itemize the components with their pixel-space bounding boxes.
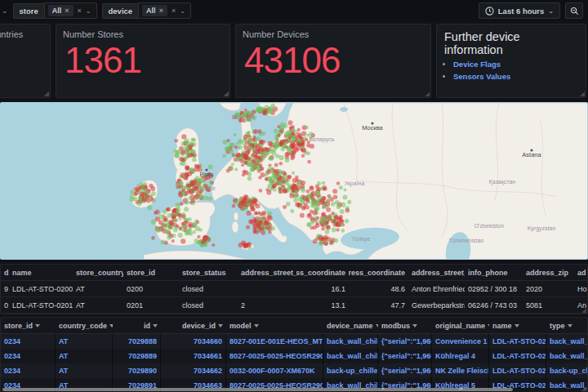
funnel-icon[interactable] bbox=[254, 324, 259, 327]
table-cell: Ho bbox=[574, 281, 588, 296]
column-header[interactable]: address_street_nam bbox=[408, 265, 465, 280]
column-header[interactable]: model bbox=[226, 318, 323, 333]
column-header[interactable]: store_country bbox=[73, 265, 123, 280]
table-cell[interactable]: 0234 bbox=[1, 363, 56, 378]
table-cell: 02952 / 300 18 bbox=[465, 281, 523, 296]
column-header[interactable]: modbus bbox=[378, 318, 432, 333]
geomap-panel[interactable]: DanmarkБеларусьУкраїнаҚазақстанFranceTür… bbox=[0, 102, 588, 260]
table-cell[interactable]: {"serial":"1,960... bbox=[378, 363, 432, 378]
table-cell[interactable]: LDL-AT-STO-02... bbox=[489, 334, 546, 349]
column-header[interactable]: info_phone bbox=[465, 265, 523, 280]
funnel-icon[interactable] bbox=[153, 324, 158, 327]
column-header[interactable]: device_name bbox=[323, 318, 378, 333]
variable-filter-store: store All× × ⌄ bbox=[13, 2, 97, 19]
time-zoom-out-button[interactable] bbox=[565, 2, 583, 19]
table-cell[interactable]: back-up_chille... bbox=[546, 363, 588, 378]
horizontal-scrollbar[interactable] bbox=[2, 388, 513, 391]
column-header[interactable]: store_id bbox=[123, 265, 179, 280]
table-cell[interactable]: 0032-000F-0007-XM670K bbox=[226, 363, 323, 378]
funnel-icon[interactable] bbox=[412, 324, 417, 327]
table-cell[interactable]: 7034662 bbox=[161, 363, 226, 378]
panel-title: Number Countries bbox=[0, 24, 50, 39]
column-header[interactable]: country_code bbox=[56, 318, 113, 333]
table-cell[interactable]: 7034661 bbox=[161, 349, 226, 363]
table-cell[interactable]: 8027-001E-001E-HEOS_MT bbox=[226, 334, 323, 349]
column-header[interactable]: address_zip bbox=[523, 265, 574, 280]
device-flags-link[interactable]: Device Flags bbox=[453, 60, 501, 69]
table-cell[interactable]: 0234 bbox=[1, 349, 56, 363]
table-cell: closed bbox=[179, 297, 238, 313]
table-cell[interactable]: Convenience 1 bbox=[432, 334, 489, 349]
column-header[interactable]: store_id bbox=[1, 318, 56, 333]
close-icon[interactable]: × bbox=[159, 7, 163, 15]
table-cell[interactable]: 7029889 bbox=[113, 349, 161, 363]
column-header[interactable]: address_coordinate bbox=[296, 265, 349, 280]
variable-value-picker[interactable]: All× × ⌄ bbox=[44, 2, 97, 19]
variable-value-picker[interactable]: All× × ⌄ bbox=[138, 2, 191, 19]
dashboard-filter-bar: ⌄ store All× × ⌄ device All× × ⌄ bbox=[0, 0, 588, 21]
grafana-dashboard: ⌄ store All× × ⌄ device All× × ⌄ bbox=[0, 0, 588, 392]
horizontal-scrollbar-track[interactable] bbox=[1, 387, 587, 392]
column-header[interactable]: original_name bbox=[432, 318, 489, 333]
map-region-label: Türkmenistan bbox=[449, 238, 484, 243]
chevron-down-icon[interactable]: ⌄ bbox=[2, 7, 8, 15]
funnel-icon[interactable] bbox=[35, 324, 40, 327]
column-header[interactable]: address_coordinate bbox=[349, 265, 408, 280]
close-icon[interactable]: × bbox=[65, 7, 69, 15]
close-icon[interactable]: × bbox=[172, 7, 176, 15]
map-region-label: Türkiye bbox=[352, 236, 371, 243]
chevron-down-icon[interactable]: ⌄ bbox=[86, 7, 91, 15]
close-icon[interactable]: × bbox=[78, 7, 82, 15]
table-cell: 2 bbox=[238, 297, 296, 313]
table-cell[interactable]: LDL-AT-STO-02... bbox=[489, 349, 546, 363]
column-header[interactable]: name bbox=[489, 318, 546, 333]
table-cell[interactable]: AT bbox=[56, 363, 113, 378]
table-cell[interactable]: {"serial":"1,960... bbox=[378, 349, 432, 363]
stat-value: 1361 bbox=[56, 39, 229, 78]
stat-panel-number-countries: Number Countries bbox=[0, 24, 51, 98]
variable-tag[interactable]: All× bbox=[142, 5, 167, 16]
map-city-label: Astana bbox=[522, 151, 541, 158]
table-cell[interactable]: back_wall_chille... bbox=[546, 349, 588, 363]
table-cell: LDL-AT-STO-0200 bbox=[9, 281, 73, 296]
table-body: 0234AT702988870346608027-001E-001E-HEOS_… bbox=[1, 334, 587, 392]
table-cell: 2020 bbox=[523, 281, 574, 296]
table-cell: Anton Ehrenfried-Stra bbox=[408, 281, 465, 296]
column-header[interactable]: ad bbox=[574, 265, 588, 280]
table-cell[interactable]: AT bbox=[56, 334, 113, 349]
table-cell[interactable]: 7034660 bbox=[161, 334, 226, 349]
table-cell[interactable]: 7029888 bbox=[113, 334, 161, 349]
column-header[interactable]: device_id bbox=[161, 318, 226, 333]
variable-label: device bbox=[102, 3, 139, 19]
column-header[interactable]: d bbox=[1, 265, 9, 280]
chevron-down-icon[interactable]: ⌄ bbox=[180, 7, 185, 15]
table-cell[interactable]: Kühlregal 4 bbox=[432, 349, 489, 363]
time-range-picker[interactable]: Last 6 hours ⌄ bbox=[479, 2, 560, 19]
table-cell[interactable]: {"serial":"1,960... bbox=[378, 334, 432, 349]
table-cell[interactable]: NK Zelle Fleisch... bbox=[432, 363, 489, 378]
map-region-label: Danmark bbox=[232, 114, 256, 120]
table-cell[interactable]: back-up_chiller_... bbox=[323, 363, 378, 378]
sensors-values-link[interactable]: Sensors Values bbox=[453, 72, 510, 81]
variable-tag[interactable]: All× bbox=[48, 5, 74, 16]
table-cell[interactable]: back_wall_chille... bbox=[323, 349, 378, 363]
column-header[interactable]: store_status bbox=[179, 265, 238, 280]
clock-icon bbox=[485, 7, 494, 16]
funnel-icon[interactable] bbox=[568, 324, 572, 327]
funnel-icon[interactable] bbox=[218, 324, 223, 327]
table-cell[interactable]: back_wall_chille... bbox=[546, 334, 588, 349]
table-cell[interactable]: 7029890 bbox=[113, 363, 161, 378]
column-header[interactable]: type bbox=[546, 318, 588, 333]
table-row: 0LDL-AT-STO-0201AT0201closed213.147.7Gew… bbox=[1, 297, 587, 314]
table-cell[interactable]: 0234 bbox=[1, 334, 56, 349]
table-cell[interactable]: LDL-AT-STO-02... bbox=[489, 363, 546, 378]
column-header[interactable]: address_street_num bbox=[238, 265, 296, 280]
column-header[interactable]: id bbox=[113, 318, 161, 333]
funnel-icon[interactable] bbox=[514, 324, 519, 327]
table-cell[interactable]: AT bbox=[56, 349, 113, 363]
column-header[interactable]: name bbox=[9, 265, 73, 280]
table-cell[interactable]: 8027-0025-0025-HEOSR290 bbox=[226, 349, 323, 363]
table-cell[interactable]: back_wall_chille... bbox=[323, 334, 378, 349]
table-cell: Gewerbeparkstraße bbox=[408, 297, 465, 313]
magnifier-icon bbox=[570, 7, 579, 16]
